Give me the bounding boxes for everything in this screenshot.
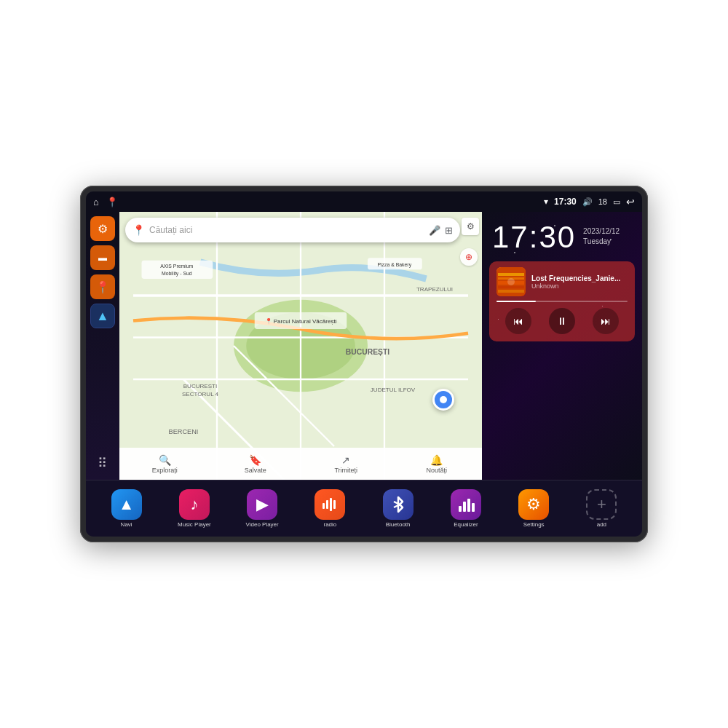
status-bar-left: ⌂ 📍 (93, 197, 118, 207)
navi-icon: ▲ (119, 495, 135, 514)
map-tab-explore[interactable]: 🔍 Explorați (119, 454, 210, 474)
svg-point-31 (507, 278, 515, 285)
app-radio[interactable]: radio (297, 486, 363, 531)
news-label: Noutăți (426, 467, 447, 474)
map-tab-send[interactable]: ↗ Trimiteți (301, 454, 392, 474)
music-widget: Lost Frequencies_Janie... Unknown ⏮ ⏸ ⏭ (489, 261, 635, 341)
svg-text:SECTORUL 4: SECTORUL 4 (182, 391, 219, 397)
app-bluetooth[interactable]: Bluetooth (365, 486, 431, 531)
map-tab-saved[interactable]: 🔖 Salvate (210, 454, 301, 474)
clock-date: 2023/12/12 Tuesday (583, 222, 620, 247)
sidebar-map-button[interactable]: 📍 (90, 274, 115, 299)
explore-icon: 🔍 (159, 454, 171, 466)
search-placeholder: Căutați aici (149, 225, 424, 235)
settings-icon-wrap: ⚙ (518, 489, 549, 520)
google-maps-logo: 📍 (132, 224, 145, 236)
music-progress-fill (496, 301, 536, 302)
map-settings-button[interactable]: ⚙ (462, 218, 479, 235)
equalizer-icon-wrap (451, 489, 481, 520)
svg-rect-26 (498, 273, 524, 276)
radio-waveform-icon (321, 496, 339, 513)
sidebar-folder-button[interactable]: ▬ (90, 245, 115, 270)
settings-app-icon: ⚙ (526, 495, 541, 514)
status-time: 17:30 (554, 197, 577, 207)
sidebar-nav-button[interactable]: ▲ (90, 304, 115, 328)
device-frame: ⌂ 📍 ▾ 17:30 🔊 18 ▭ ↩ ⚙ ▬ (80, 186, 648, 542)
nav-arrow-icon: ▲ (96, 309, 109, 324)
app-settings[interactable]: ⚙ Settings (501, 486, 567, 531)
map-search-bar[interactable]: 📍 Căutați aici 🎤 ⊞ (125, 218, 460, 242)
send-label: Trimiteți (334, 467, 357, 474)
clock-day-text: Tuesday (583, 237, 620, 247)
layers-icon[interactable]: ⊞ (445, 225, 453, 236)
saved-label: Salvate (245, 467, 266, 474)
app-add[interactable]: + add (569, 486, 635, 531)
add-label: add (597, 521, 606, 528)
svg-rect-37 (463, 502, 466, 512)
svg-text:BUCUREȘTI: BUCUREȘTI (183, 383, 218, 389)
clock-widget: 17:30 2023/12/12 Tuesday (482, 212, 642, 258)
music-info-row: Lost Frequencies_Janie... Unknown (496, 267, 628, 296)
map-settings-icon: ⚙ (467, 221, 475, 232)
pause-button[interactable]: ⏸ (549, 308, 575, 334)
next-track-button[interactable]: ⏭ (593, 308, 619, 334)
navi-icon-wrap: ▲ (111, 489, 142, 520)
video-player-label: Video Player (246, 521, 279, 528)
app-grid-container: ▲ Navi ♪ Music Player ▶ Video Player (86, 480, 642, 537)
apps-grid-icon: ⠿ (98, 455, 108, 471)
svg-rect-35 (333, 500, 336, 509)
svg-rect-30 (498, 290, 524, 293)
music-progress-bar (496, 301, 628, 302)
bluetooth-label: Bluetooth (386, 521, 411, 528)
app-video-player[interactable]: ▶ Video Player (229, 486, 296, 531)
radio-icon-wrap (314, 489, 345, 520)
music-text: Lost Frequencies_Janie... Unknown (531, 274, 628, 290)
compass-icon: ⊕ (465, 252, 472, 262)
back-icon[interactable]: ↩ (626, 196, 635, 207)
map-compass[interactable]: ⊕ (460, 248, 478, 266)
mic-icon[interactable]: 🎤 (429, 225, 440, 236)
left-sidebar: ⚙ ▬ 📍 ▲ ⠿ (86, 212, 119, 480)
send-icon: ↗ (341, 454, 350, 466)
music-artist: Unknown (531, 282, 628, 290)
map-tab-news[interactable]: 🔔 Noutăți (392, 454, 483, 474)
right-panel: 17:30 2023/12/12 Tuesday (482, 212, 642, 480)
app-equalizer[interactable]: Equalizer (432, 486, 499, 531)
svg-rect-38 (467, 499, 470, 512)
sidebar-apps-button[interactable]: ⠿ (90, 451, 115, 475)
svg-rect-36 (459, 506, 462, 512)
home-icon[interactable]: ⌂ (93, 197, 99, 207)
svg-text:TRAPEZULUI: TRAPEZULUI (416, 286, 453, 293)
add-icon-wrap: + (586, 489, 617, 520)
equalizer-label: Equalizer (454, 521, 478, 528)
svg-text:📍 Parcul Natural Văcărești: 📍 Parcul Natural Văcărești (265, 317, 337, 325)
location-marker (432, 389, 454, 411)
wifi-icon: ▾ (544, 197, 548, 207)
music-player-icon: ♪ (190, 495, 198, 514)
app-navi[interactable]: ▲ Navi (93, 486, 159, 531)
status-bar: ⌂ 📍 ▾ 17:30 🔊 18 ▭ ↩ (86, 191, 642, 212)
map-pin-icon[interactable]: 📍 (106, 197, 118, 207)
map-svg: 📍 Parcul Natural Văcărești AXIS Premium … (119, 212, 482, 480)
album-art (496, 267, 526, 296)
svg-text:Mobility - Sud: Mobility - Sud (162, 271, 192, 277)
clock-date-text: 2023/12/12 (583, 226, 620, 237)
svg-rect-33 (326, 500, 328, 509)
album-art-svg (496, 267, 526, 296)
clock-time: 17:30 (492, 222, 576, 253)
svg-rect-29 (498, 286, 524, 288)
svg-text:AXIS Premium: AXIS Premium (160, 264, 193, 269)
map-container[interactable]: 📍 Parcul Natural Văcărești AXIS Premium … (119, 212, 482, 480)
svg-text:BERCENI: BERCENI (169, 428, 199, 435)
map-bottom-toolbar: 🔍 Explorați 🔖 Salvate ↗ Trimiteți 🔔 (119, 448, 482, 480)
app-grid: ▲ Navi ♪ Music Player ▶ Video Player (86, 483, 642, 534)
sidebar-settings-button[interactable]: ⚙ (90, 216, 115, 241)
main-content: ⚙ ▬ 📍 ▲ ⠿ (86, 212, 642, 480)
news-icon: 🔔 (430, 454, 443, 466)
device-screen: ⌂ 📍 ▾ 17:30 🔊 18 ▭ ↩ ⚙ ▬ (86, 191, 642, 537)
status-bar-right: ▾ 17:30 🔊 18 ▭ ↩ (544, 196, 635, 207)
music-player-label: Music Player (178, 521, 211, 528)
previous-track-button[interactable]: ⏮ (505, 308, 531, 334)
app-music-player[interactable]: ♪ Music Player (161, 486, 227, 531)
settings-label: Settings (523, 521, 545, 528)
